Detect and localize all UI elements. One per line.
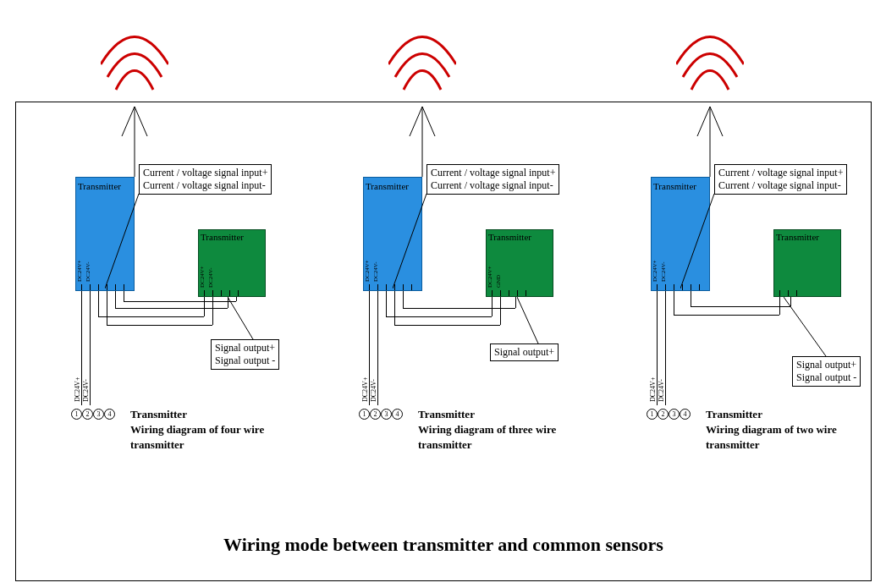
callout-line [228,297,261,343]
panel-title-2: Wiring diagram of three wire transmitter [418,422,596,453]
svg-line-1 [122,107,135,136]
term-4: 4 [680,409,691,420]
panel-caption: Transmitter Wiring diagram of four wire … [130,407,308,453]
blue-pin-dc24n: DC24V- [85,262,91,282]
term-2: 2 [658,409,669,420]
blue-pin-dc24p: DC24V+ [364,260,371,282]
panel-title-2: Wiring diagram of four wire transmitter [130,422,308,453]
panel-caption: Transmitter Wiring diagram of three wire… [418,407,596,453]
dc24p-vert-label: DC24V+ [74,377,81,402]
sig-out-plus-label: Signal output+ [494,346,554,359]
panel-title-1: Transmitter [706,407,837,422]
panel-title-2: Wiring diagram of two wire [706,422,837,437]
antenna-icon [101,18,168,179]
panel-title-1: Transmitter [130,407,308,422]
term-2: 2 [82,409,93,420]
green-pin-gnd: GND [495,275,502,288]
blue-pin-dc24p: DC24V+ [652,260,658,282]
term-4: 4 [104,409,115,420]
panel-title-3: transmitter [706,437,837,453]
blue-pin-dc24p: DC24V+ [76,260,83,282]
blue-pin-dc24n: DC24V- [660,262,667,282]
signal-output-callout: Signal output+ Signal output - [792,356,861,387]
sig-out-minus-label: Signal output - [215,354,275,367]
panel-title-1: Transmitter [418,407,596,422]
dc24n-vert-label: DC24V- [370,379,377,402]
sig-in-minus-label: Current / voltage signal input- [143,179,267,192]
antenna-icon [388,18,456,179]
svg-line-13 [680,194,714,289]
svg-line-2 [135,107,147,136]
dc24n-vert-label: DC24V- [82,379,90,402]
sig-in-plus-label: Current / voltage signal input+ [718,167,843,179]
svg-line-8 [393,194,426,289]
green-transmitter-box: Transmitter DC24V+ DC24V- [198,229,266,297]
green-box-label: Transmitter [201,232,244,242]
term-1: 1 [71,409,82,420]
green-box-label: Transmitter [776,232,819,242]
term-1: 1 [359,409,370,420]
svg-line-11 [697,107,710,136]
svg-line-7 [422,107,435,136]
svg-line-3 [105,194,139,289]
dc24n-vert-label: DC24V- [658,379,665,402]
callout-line [680,191,718,293]
diagram-title: Wiring mode between transmitter and comm… [16,534,871,556]
diagram-frame: Transmitter DC24V+ DC24V- Current / volt… [15,102,872,581]
sig-out-plus-label: Signal output+ [796,359,856,371]
term-4: 4 [392,409,403,420]
green-transmitter-box: Transmitter DC24V+ GND [486,229,553,297]
signal-input-callout: Current / voltage signal input+ Current … [426,164,559,195]
green-box-label: Transmitter [488,232,531,242]
signal-output-callout: Signal output+ [490,343,559,361]
sig-in-minus-label: Current / voltage signal input- [718,179,843,192]
svg-line-9 [517,297,538,343]
term-3: 3 [381,409,392,420]
blue-box-label: Transmitter [653,181,696,191]
blue-pin-dc24n: DC24V- [372,262,379,282]
green-pin-dc24n: DC24V- [207,268,214,288]
term-1: 1 [647,409,658,420]
sig-in-plus-label: Current / voltage signal input+ [431,167,555,179]
term-3: 3 [669,409,680,420]
callout-line [517,297,551,343]
sig-in-minus-label: Current / voltage signal input- [431,179,555,192]
callout-line [105,191,143,293]
signal-input-callout: Current / voltage signal input+ Current … [139,164,272,195]
sig-out-minus-label: Signal output - [796,371,856,384]
antenna-icon [676,18,744,179]
term-3: 3 [93,409,104,420]
sig-in-plus-label: Current / voltage signal input+ [143,167,267,179]
callout-line [393,191,431,293]
green-pin-dc24p: DC24V+ [199,266,206,288]
callout-line [784,297,834,360]
dc24p-vert-label: DC24V+ [649,377,657,402]
green-pin-dc24p: DC24V+ [487,266,493,288]
dc24p-vert-label: DC24V+ [361,377,369,402]
svg-line-6 [410,107,422,136]
blue-box-label: Transmitter [78,181,121,191]
svg-line-4 [228,297,253,339]
sig-out-plus-label: Signal output+ [215,342,275,354]
green-transmitter-box: Transmitter [773,229,841,297]
svg-line-12 [710,107,723,136]
term-2: 2 [370,409,381,420]
signal-input-callout: Current / voltage signal input+ Current … [714,164,847,195]
panel-caption: Transmitter Wiring diagram of two wire t… [706,407,837,453]
signal-output-callout: Signal output+ Signal output - [211,339,279,370]
blue-box-label: Transmitter [366,181,409,191]
